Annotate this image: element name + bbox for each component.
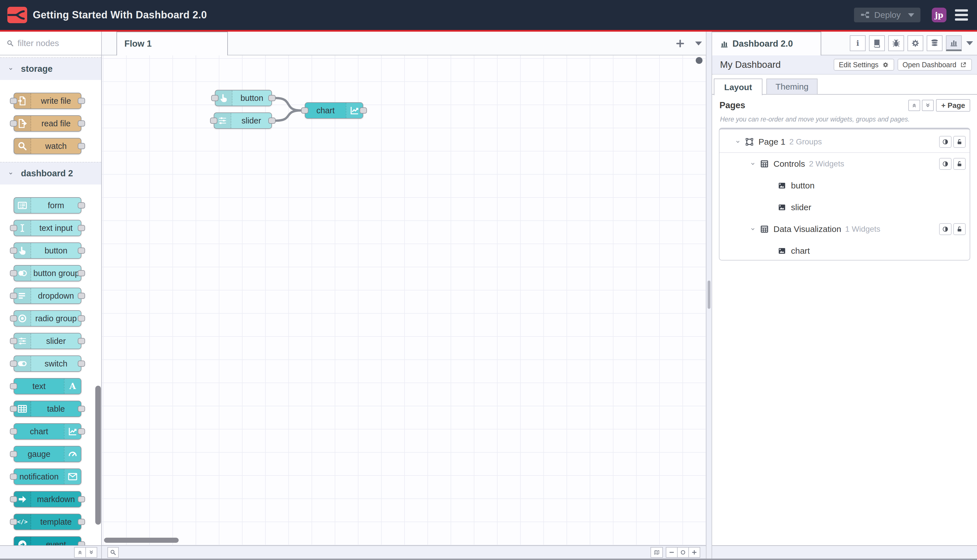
lock-toggle-button[interactable]	[953, 223, 966, 235]
tree-row-chart[interactable]: chart	[720, 240, 970, 262]
input-port[interactable]	[10, 383, 17, 389]
tree-row-page-1[interactable]: Page 1 2 Groups	[720, 131, 970, 153]
sidebar-panel-database-button[interactable]	[927, 35, 942, 51]
tree-row-controls[interactable]: Controls 2 Widgets	[720, 153, 970, 175]
input-port[interactable]	[10, 519, 17, 525]
pages-collapse-all-button[interactable]	[908, 100, 920, 111]
input-port[interactable]	[10, 248, 17, 254]
node-radio-group[interactable]: radio group	[13, 310, 82, 327]
palette-expand-all-button[interactable]	[85, 547, 97, 558]
lock-toggle-button[interactable]	[953, 136, 966, 148]
filter-nodes-input[interactable]	[18, 38, 88, 48]
tab-layout[interactable]: Layout	[714, 78, 762, 95]
node-template[interactable]: </>template	[13, 514, 82, 530]
sidebar-panel-info-button[interactable]: i	[850, 35, 866, 51]
output-port[interactable]	[78, 248, 85, 254]
output-port[interactable]	[78, 225, 85, 231]
output-port[interactable]	[78, 293, 85, 299]
chevron-down-icon[interactable]	[749, 225, 757, 233]
canvas-horizontal-scrollbar[interactable]	[104, 538, 179, 543]
wire[interactable]	[276, 110, 301, 121]
input-port[interactable]	[211, 95, 219, 101]
input-port[interactable]	[10, 360, 17, 367]
input-port[interactable]	[10, 270, 17, 276]
open-dashboard-button[interactable]: Open Dashboard	[898, 59, 972, 71]
input-port[interactable]	[10, 451, 17, 457]
node-read-file[interactable]: read file	[13, 115, 82, 132]
zoom-out-button[interactable]	[666, 547, 678, 558]
input-port[interactable]	[10, 98, 17, 104]
palette-scroll-area[interactable]: storage write fileread filewatch dashboa…	[0, 55, 101, 545]
separator-grip[interactable]	[708, 280, 710, 309]
flow-list-caret-icon[interactable]	[695, 42, 702, 45]
input-port[interactable]	[10, 225, 17, 231]
node-watch[interactable]: watch	[13, 138, 82, 154]
node-button-group[interactable]: button group	[13, 265, 82, 282]
lock-toggle-button[interactable]	[953, 158, 966, 170]
node-form[interactable]: form	[13, 197, 82, 213]
input-port[interactable]	[10, 473, 17, 480]
tree-row-slider[interactable]: slider	[720, 197, 970, 218]
node-slider[interactable]: slider	[13, 333, 82, 349]
sidebar-panel-book-button[interactable]	[869, 35, 885, 51]
node-notification[interactable]: notification	[13, 468, 82, 485]
sidebar-tab-dashboard[interactable]: Dashboard 2.0	[712, 32, 821, 55]
visibility-toggle-button[interactable]	[939, 136, 952, 148]
input-port[interactable]	[10, 315, 17, 322]
sidebar-panel-chart-bar-button[interactable]	[946, 35, 962, 51]
node-dropdown[interactable]: dropdown	[13, 288, 82, 304]
edit-settings-button[interactable]: Edit Settings	[834, 59, 894, 71]
output-port[interactable]	[78, 120, 85, 127]
palette-category-header[interactable]: dashboard 2	[0, 162, 101, 185]
chevron-down-icon[interactable]	[749, 160, 757, 168]
add-flow-button[interactable]	[675, 38, 686, 49]
node-text-input[interactable]: text input	[13, 220, 82, 236]
output-port[interactable]	[359, 107, 367, 113]
minimap-button[interactable]	[650, 547, 663, 558]
output-port[interactable]	[78, 496, 85, 502]
node-chart[interactable]: chart	[305, 102, 363, 119]
node-write-file[interactable]: write file	[13, 93, 82, 109]
output-port[interactable]	[78, 428, 85, 435]
output-port[interactable]	[78, 519, 85, 525]
node-gauge[interactable]: gauge	[13, 446, 82, 462]
palette-scrollbar[interactable]	[95, 386, 101, 525]
node-event[interactable]: event	[13, 536, 82, 545]
input-port[interactable]	[10, 406, 17, 412]
add-page-button[interactable]: + Page	[936, 99, 970, 112]
node-table[interactable]: table	[13, 401, 82, 417]
sidebar-tabs-caret-icon[interactable]	[966, 41, 973, 45]
node-switch[interactable]: switch	[13, 355, 82, 372]
palette-collapse-all-button[interactable]	[74, 547, 86, 558]
output-port[interactable]	[78, 338, 85, 344]
input-port[interactable]	[10, 120, 17, 127]
input-port[interactable]	[10, 293, 17, 299]
sidebar-panel-gear-button[interactable]	[907, 35, 923, 51]
palette-category-header[interactable]: storage	[0, 57, 101, 80]
output-port[interactable]	[268, 118, 276, 124]
tree-row-data-visualization[interactable]: Data Visualization 1 Widgets	[720, 218, 970, 240]
node-markdown[interactable]: markdown	[13, 491, 82, 507]
output-port[interactable]	[268, 95, 276, 101]
output-port[interactable]	[78, 542, 85, 545]
input-port[interactable]	[301, 107, 309, 113]
tree-row-button[interactable]: button	[720, 175, 970, 197]
flow-tab[interactable]: Flow 1	[117, 32, 228, 55]
chevron-down-icon[interactable]	[734, 138, 742, 145]
output-port[interactable]	[78, 315, 85, 322]
flow-canvas[interactable]: buttonsliderchart	[102, 55, 706, 545]
node-button[interactable]: button	[13, 242, 82, 259]
main-menu-button[interactable]	[955, 9, 968, 21]
output-port[interactable]	[78, 270, 85, 276]
input-port[interactable]	[10, 338, 17, 344]
visibility-toggle-button[interactable]	[939, 158, 952, 170]
wire[interactable]	[276, 98, 301, 110]
output-port[interactable]	[78, 98, 85, 104]
output-port[interactable]	[78, 360, 85, 367]
output-port[interactable]	[78, 202, 85, 208]
zoom-in-button[interactable]	[688, 547, 700, 558]
sidebar-panel-bug-button[interactable]	[888, 35, 904, 51]
pages-expand-all-button[interactable]	[922, 100, 934, 111]
node-button[interactable]: button	[215, 90, 272, 106]
output-port[interactable]	[78, 406, 85, 412]
